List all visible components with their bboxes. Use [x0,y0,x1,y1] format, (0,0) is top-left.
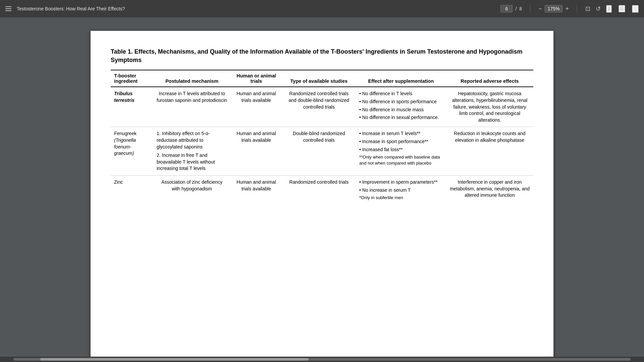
zoom-controls: − 175% + [538,5,569,12]
page-number-input[interactable] [500,5,513,12]
mechanism-fenugreek: 1. Inhibitory effect on 5-α-reductase at… [153,127,230,176]
scrollbar-track [13,358,631,361]
study-type-zinc: Randomized controlled trials [282,175,356,204]
scrollbar-thumb[interactable] [40,358,309,361]
ingredient-sub-fenugreek: (Trigonella foenum-graecum) [114,137,136,156]
ingredient-name-zinc: Zinc [114,179,123,185]
effect-item: No difference in sports performance [359,99,443,105]
adverse-fenugreek: Reduction in leukocyte counts and elevat… [446,127,533,176]
table-header-row: T-booster ingredient Postulated mechanis… [111,70,533,87]
trials-tribulus: Human and animal trials available [230,87,282,127]
header-trials: Human or animal trials [230,70,282,87]
download-button[interactable]: ⬇ [606,5,612,13]
study-type-tribulus: Randomized controlled trials and double-… [282,87,356,127]
adverse-tribulus: Hepatotoxicity, gastric mucosa alteratio… [446,87,533,127]
header-mechanism: Postulated mechanism [153,70,230,87]
table-row: Zinc Association of zinc deficiency with… [111,175,533,204]
ingredient-name-fenugreek: Fenugreek [114,131,137,136]
effect-item: No difference in sexual performance. [359,114,443,121]
mechanism-item-2: 2. Increase in free T and bioavailable T… [157,152,227,172]
menu-icon[interactable] [5,6,11,11]
toolbar-right: ⬇ 🖶 ⋮ [606,5,639,13]
effects-note-zinc: *Only in subfertile men [359,195,443,201]
study-type-fenugreek: Double-blind randomized controlled trial… [282,127,356,176]
effect-item: No difference in muscle mass [359,107,443,113]
effects-tribulus: No difference in T levels No difference … [356,87,446,127]
zoom-out-button[interactable]: − [538,6,542,12]
effects-note-fenugreek: **Only when compared with baseline data … [359,154,443,166]
table-row: Tribulusterrestris Increase in T levels … [111,87,533,127]
pdf-page: Table 1. Effects, Mechanisms, and Qualit… [91,31,553,357]
effects-list-zinc: Improvement in sperm parameters** No inc… [359,179,443,193]
divider2 [577,5,577,13]
data-table: T-booster ingredient Postulated mechanis… [111,70,533,204]
ingredient-zinc: Zinc [111,175,153,204]
zoom-in-button[interactable]: + [565,6,569,12]
effects-zinc: Improvement in sperm parameters** No inc… [356,175,446,204]
page-nav: / 8 [500,5,522,12]
effects-fenugreek: Increase in serum T levels** Increase in… [356,127,446,176]
ingredient-name-line1: Tribulusterrestris [114,91,135,103]
table-row: Fenugreek (Trigonella foenum-graecum) 1.… [111,127,533,176]
effect-item: Improvement in sperm parameters** [359,179,443,186]
mechanism-item-1: 1. Inhibitory effect on 5-α-reductase at… [157,130,227,150]
print-button[interactable]: 🖶 [619,5,625,12]
header-adverse: Reported adverse effects [446,70,533,87]
header-study-type: Type of available studies [282,70,356,87]
effects-list-fenugreek: Increase in serum T levels** Increase in… [359,130,443,153]
page-separator: / [515,6,517,11]
ingredient-tribulus: Tribulusterrestris [111,87,153,127]
trials-fenugreek: Human and animal trials available [230,127,282,176]
effect-item: Increased fat loss** [359,146,443,153]
horizontal-scrollbar[interactable] [0,357,644,362]
effects-list-tribulus: No difference in T levels No difference … [359,90,443,121]
mechanism-tribulus: Increase in T levels attributed to furos… [153,87,230,127]
fit-page-button[interactable]: ⊡ [585,6,590,12]
more-options-button[interactable]: ⋮ [632,5,639,13]
header-effects: Effect after supplementation [356,70,446,87]
effect-item: No difference in T levels [359,90,443,97]
header-ingredient: T-booster ingredient [111,70,153,87]
rotate-button[interactable]: ↺ [596,6,601,12]
page-container: Table 1. Effects, Mechanisms, and Qualit… [0,17,644,357]
page-total: 8 [519,6,522,11]
divider [530,5,530,13]
mechanism-zinc: Association of zinc deficiency with hypo… [153,175,230,204]
toolbar: Testosterone Boosters: How Real Are Thei… [0,0,644,17]
adverse-zinc: Interference in copper and iron metaboli… [446,175,533,204]
zoom-value: 175% [545,5,563,12]
effect-item: Increase in sport performance** [359,138,443,145]
table-title: Table 1. Effects, Mechanisms, and Qualit… [111,48,533,64]
effect-item: No increase in serum T [359,187,443,194]
trials-zinc: Human and animal trials available [230,175,282,204]
document-title: Testosterone Boosters: How Real Are Thei… [17,6,495,11]
ingredient-fenugreek: Fenugreek (Trigonella foenum-graecum) [111,127,153,176]
effect-item: Increase in serum T levels** [359,130,443,137]
